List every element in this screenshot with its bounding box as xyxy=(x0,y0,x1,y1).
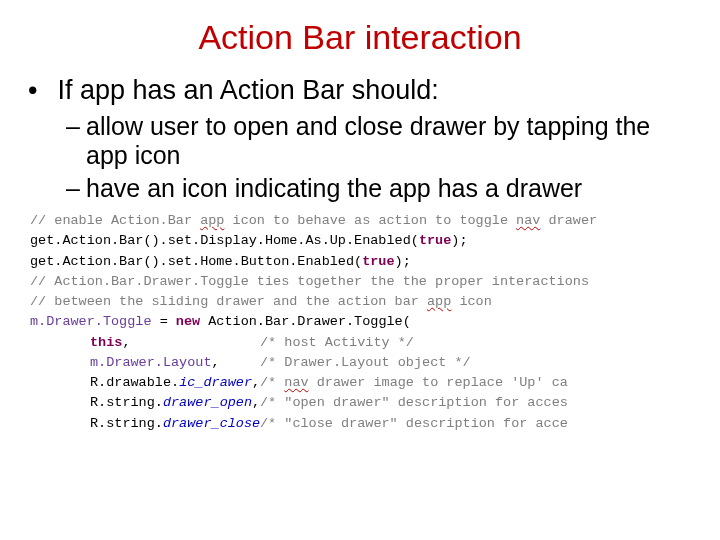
code-line-11: R.string.drawer_close/* "close drawer" d… xyxy=(0,414,720,434)
sub-bullet-list: allow user to open and close drawer by t… xyxy=(50,112,690,203)
code-line-5: // between the sliding drawer and the ac… xyxy=(0,292,720,312)
code-line-10: R.string.drawer_open,/* "open drawer" de… xyxy=(0,393,720,413)
slide-title: Action Bar interaction xyxy=(30,18,690,57)
slide: Action Bar interaction If app has an Act… xyxy=(0,0,720,540)
code-line-4: // Action.Bar.Drawer.Toggle ties togethe… xyxy=(0,272,720,292)
bullet-top: If app has an Action Bar should: allow u… xyxy=(50,75,690,203)
sub-bullet-2: have an icon indicating the app has a dr… xyxy=(86,174,690,203)
bullet-list: If app has an Action Bar should: allow u… xyxy=(30,75,690,203)
bullet-top-text: If app has an Action Bar should: xyxy=(58,75,439,105)
code-line-1: // enable Action.Bar app icon to behave … xyxy=(0,211,720,231)
sub-bullet-1: allow user to open and close drawer by t… xyxy=(86,112,690,170)
code-line-7: this,/* host Activity */ xyxy=(0,333,720,353)
code-line-9: R.drawable.ic_drawer,/* nav drawer image… xyxy=(0,373,720,393)
code-line-3: get.Action.Bar().set.Home.Button.Enabled… xyxy=(0,252,720,272)
code-line-6: m.Drawer.Toggle = new Action.Bar.Drawer.… xyxy=(0,312,720,332)
code-line-8: m.Drawer.Layout,/* Drawer.Layout object … xyxy=(0,353,720,373)
code-line-2: get.Action.Bar().set.Display.Home.As.Up.… xyxy=(0,231,720,251)
code-block: // enable Action.Bar app icon to behave … xyxy=(0,211,720,434)
